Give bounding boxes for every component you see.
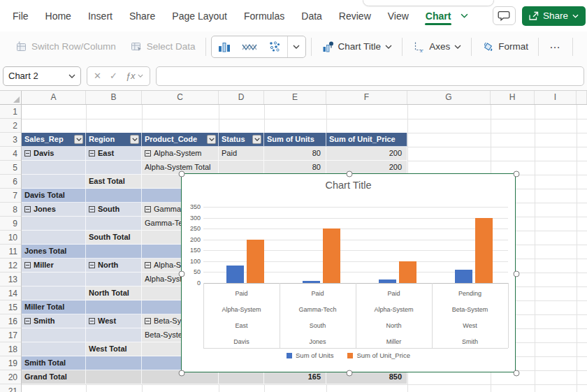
collapse-toggle-icon[interactable] (145, 206, 151, 212)
pivot-cell-F20[interactable]: 850 (326, 370, 407, 384)
select-data-button[interactable]: Select Data (125, 36, 201, 57)
bar-sum-of-unit-price-0[interactable] (247, 240, 264, 283)
column-header-G[interactable]: G (407, 91, 491, 104)
bar-sum-of-unit-price-1[interactable] (323, 228, 340, 283)
chart-type-dropdown-button[interactable] (287, 36, 305, 57)
pivot-cell-A16[interactable]: Smith (22, 314, 86, 328)
pivot-cell-B7[interactable] (86, 189, 142, 203)
row-header-15[interactable]: 15 (0, 300, 21, 314)
more-options-button[interactable]: … (544, 38, 567, 55)
pivot-cell-A7[interactable]: Davis Total (22, 189, 86, 203)
row-header-1[interactable]: 1 (0, 105, 21, 119)
row-header-7[interactable]: 7 (0, 189, 21, 203)
pivot-cell-A5[interactable] (22, 161, 86, 175)
row-header-5[interactable]: 5 (0, 161, 21, 175)
pivot-cell-F3[interactable]: Sum of Unit_Price (326, 133, 407, 147)
filter-dropdown-button[interactable] (130, 135, 139, 144)
pivot-cell-C4[interactable]: Alpha-System (142, 147, 219, 161)
pivot-cell-B5[interactable] (86, 161, 142, 175)
row-header-3[interactable]: 3 (0, 133, 21, 147)
collapse-toggle-icon[interactable] (89, 318, 95, 324)
legend-item[interactable]: Sum of Unit_Price (347, 351, 410, 359)
row-header-6[interactable]: 6 (0, 175, 21, 189)
selection-handle[interactable] (514, 171, 520, 177)
filter-dropdown-button[interactable] (74, 135, 83, 144)
name-box[interactable]: Chart 2 (3, 66, 81, 86)
legend-item[interactable]: Sum of Units (287, 351, 333, 359)
row-header-19[interactable]: 19 (0, 356, 21, 370)
collapse-toggle-icon[interactable] (24, 262, 31, 268)
row-header-4[interactable]: 4 (0, 147, 21, 161)
row-header-10[interactable]: 10 (0, 231, 21, 245)
pivot-cell-B13[interactable] (86, 273, 142, 286)
filter-dropdown-button[interactable] (207, 135, 216, 144)
tab-file[interactable]: File (12, 2, 29, 30)
column-header-partial[interactable] (577, 91, 587, 104)
pivot-cell-B14[interactable]: North Total (86, 286, 142, 300)
pivot-cell-A10[interactable] (22, 231, 86, 245)
column-header-B[interactable]: B (86, 91, 142, 104)
pivot-cell-B9[interactable] (86, 217, 142, 231)
tab-page-layout[interactable]: Page Layout (171, 2, 228, 30)
pivot-cell-B20[interactable] (86, 370, 142, 384)
row-header-16[interactable]: 16 (0, 314, 21, 328)
collapse-toggle-icon[interactable] (145, 318, 151, 324)
collapse-toggle-icon[interactable] (145, 262, 151, 268)
pivot-cell-B18[interactable]: West Total (86, 342, 142, 356)
comments-button[interactable] (493, 6, 516, 25)
column-header-H[interactable]: H (491, 91, 535, 104)
tab-chart[interactable]: Chart (425, 2, 452, 30)
collapse-toggle-icon[interactable] (24, 318, 31, 324)
tab-formulas[interactable]: Formulas (243, 2, 285, 30)
pivot-cell-D3[interactable]: Status (219, 133, 264, 147)
tab-insert[interactable]: Insert (87, 2, 113, 30)
pivot-cell-B16[interactable]: West (86, 314, 142, 328)
bar-sum-of-units-0[interactable] (226, 266, 244, 283)
pivot-cell-B11[interactable] (86, 245, 142, 259)
bar-sum-of-unit-price-3[interactable] (475, 218, 493, 283)
pivot-cell-B12[interactable]: North (86, 259, 142, 273)
line-chart-type-button[interactable] (237, 36, 262, 57)
bar-sum-of-unit-price-2[interactable] (399, 261, 416, 283)
pivot-cell-C3[interactable]: Product_Code (142, 133, 219, 147)
column-header-I[interactable]: I (535, 91, 577, 104)
pivot-cell-E5[interactable]: 80 (264, 161, 326, 175)
row-header-2[interactable]: 2 (0, 119, 21, 133)
insert-function-button[interactable]: ƒx (126, 71, 143, 81)
column-header-D[interactable]: D (219, 91, 264, 104)
scatter-chart-type-button[interactable] (262, 36, 287, 57)
axes-button[interactable]: x Axes (407, 36, 466, 57)
row-header-14[interactable]: 14 (0, 286, 21, 300)
formula-input[interactable] (156, 66, 584, 86)
tab-data[interactable]: Data (300, 2, 323, 30)
row-header-18[interactable]: 18 (0, 342, 21, 356)
row-header-21[interactable]: 21 (0, 384, 21, 392)
column-header-E[interactable]: E (264, 91, 326, 104)
column-header-A[interactable]: A (22, 91, 86, 104)
select-all-corner[interactable] (0, 91, 22, 104)
tab-view[interactable]: View (387, 2, 410, 30)
collapse-toggle-icon[interactable] (89, 262, 95, 268)
chart-legend[interactable]: Sum of UnitsSum of Unit_Price (182, 351, 515, 359)
bar-sum-of-units-1[interactable] (303, 281, 320, 283)
tab-home[interactable]: Home (45, 2, 72, 30)
pivot-cell-B19[interactable] (86, 356, 142, 370)
chart-title-button[interactable]: Chart Title (317, 36, 398, 57)
filter-dropdown-button[interactable] (252, 135, 261, 144)
selection-handle[interactable] (179, 370, 185, 377)
row-header-12[interactable]: 12 (0, 259, 21, 273)
row-header-20[interactable]: 20 (0, 370, 21, 384)
confirm-icon[interactable]: ✓ (110, 71, 117, 81)
share-button[interactable]: Share (522, 6, 586, 26)
pivot-cell-A12[interactable]: Miller (22, 259, 86, 273)
collapse-toggle-icon[interactable] (24, 206, 31, 212)
column-header-C[interactable]: C (142, 91, 219, 104)
column-header-F[interactable]: F (326, 91, 407, 104)
pivot-cell-E20[interactable]: 165 (264, 370, 326, 384)
bar-sum-of-units-2[interactable] (379, 280, 396, 283)
pivot-cell-A15[interactable]: Miller Total (22, 300, 86, 314)
selection-handle[interactable] (346, 171, 352, 177)
collapse-toggle-icon[interactable] (145, 150, 151, 157)
pivot-cell-A18[interactable] (22, 342, 86, 356)
selection-handle[interactable] (514, 370, 520, 377)
